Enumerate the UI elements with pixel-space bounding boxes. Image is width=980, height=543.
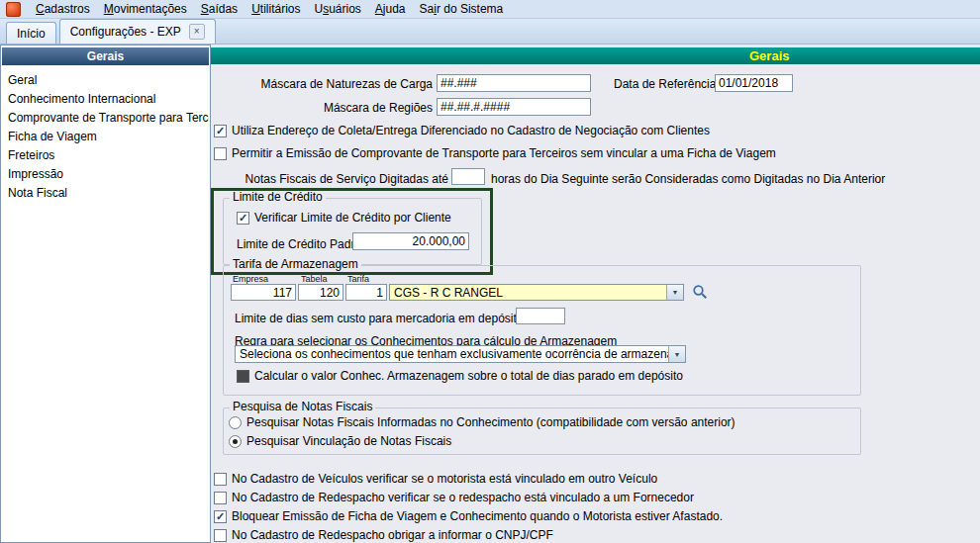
radio-pesquisar-vinculacao[interactable]: Pesquisar Vinculação de Notas Fiscais (229, 434, 451, 448)
checkbox-label: No Cadastro de Redespacho verificar se o… (232, 491, 694, 504)
menu-item-usuarios[interactable]: Usuários (307, 0, 367, 19)
sidebar-item-geral[interactable]: Geral (2, 71, 209, 90)
checkbox-label: Verificar Limite de Crédito por Cliente (254, 211, 451, 225)
tarifa-col-tabela: Tabela (301, 274, 328, 284)
sidebar-item-freteiros[interactable]: Freteiros (2, 146, 209, 165)
tarifa-col-empresa: Empresa (233, 274, 268, 284)
tarifa-tabela-input[interactable] (298, 284, 343, 301)
sidebar: Gerais Geral Conhecimento Internacional … (0, 45, 211, 543)
notas-digitadas-suffix: horas do Dia Seguinte serão Consideradas… (491, 172, 885, 186)
tab-configuracoes-exp[interactable]: Configurações - EXP × (59, 19, 216, 44)
menu-item-cadastros[interactable]: Cadastros (29, 0, 97, 19)
menu-label-part: ovimentações (114, 2, 187, 16)
menu-label-part: r do Sistema (437, 2, 503, 16)
search-icon[interactable] (691, 283, 708, 300)
checkbox-label: No Cadastro de Redespacho obrigar a info… (232, 528, 553, 542)
menubar: Cadastros Movimentações Saídas Utilitári… (0, 0, 980, 19)
radio-label: Pesquisar Notas Fiscais Informadas no Co… (246, 415, 735, 429)
sidebar-item-conhecimento-internacional[interactable]: Conhecimento Internacional (2, 90, 209, 109)
sidebar-item-ficha-de-viagem[interactable]: Ficha de Viagem (2, 128, 209, 146)
checkbox-label: Calcular o valor Conhec. Armazenagem sob… (254, 369, 683, 383)
checkbox-box[interactable]: ✓ (214, 510, 227, 523)
checkbox-bloquear-emissao-afastado[interactable]: ✓ Bloquear Emissão de Ficha de Viagem e … (214, 509, 723, 523)
tab-label: Início (17, 27, 46, 41)
menu-label-part: A (375, 2, 383, 16)
radio-label: Pesquisar Vinculação de Notas Fiscais (246, 434, 451, 448)
checkbox-label: No Cadastro de Veículos verificar se o m… (232, 472, 657, 486)
limite-credito-padrao-label: Limite de Crédito Padrão (237, 237, 368, 251)
mascara-naturezas-input[interactable] (437, 74, 591, 92)
radio-circle[interactable] (229, 416, 242, 429)
checkbox-label: Bloquear Emissão de Ficha de Viagem e Co… (232, 509, 723, 523)
tarifa-armazenagem-title: Tarifa de Armazenagem (230, 257, 361, 271)
menu-label-part: Sa (420, 2, 435, 16)
sidebar-header: Gerais (2, 47, 209, 65)
pesquisa-notas-title: Pesquisa de Notas Fiscais (230, 400, 375, 413)
data-referencia-label: Data de Referência (614, 77, 716, 91)
sidebar-items: Geral Conhecimento Internacional Comprov… (2, 71, 209, 203)
tarifa-descricao-value: CGS - R C RANGEL (390, 285, 666, 300)
checkbox-box[interactable] (214, 147, 227, 160)
checkbox-comprovante-terceiros[interactable]: Permitir a Emissão de Comprovante de Tra… (214, 146, 776, 160)
checkbox-box[interactable] (214, 492, 227, 504)
menu-label-part: C (36, 2, 45, 16)
checkbox-redespacho-fornecedor[interactable]: No Cadastro de Redespacho verificar se o… (214, 491, 694, 504)
sidebar-item-nota-fiscal[interactable]: Nota Fiscal (2, 184, 209, 203)
dias-sem-custo-label: Limite de dias sem custo para mercadoria… (235, 312, 523, 325)
chevron-down-icon[interactable]: ▼ (666, 285, 683, 300)
tab-inicio[interactable]: Início (6, 22, 56, 44)
menu-label-part: adastros (45, 2, 90, 16)
page-title: Gerais (749, 48, 789, 63)
app-window: Cadastros Movimentações Saídas Utilitári… (0, 0, 980, 543)
checkbox-veiculos-motorista-vinculado[interactable]: No Cadastro de Veículos verificar se o m… (214, 472, 657, 486)
checkbox-box[interactable] (237, 370, 249, 383)
tab-bar: Início Configurações - EXP × (0, 19, 980, 45)
menu-label-part: U (314, 2, 323, 16)
checkbox-box[interactable] (214, 473, 227, 486)
menu-label-part: M (104, 2, 114, 16)
mascara-regioes-input[interactable] (437, 98, 591, 116)
tarifa-col-tarifa: Tarifa (347, 274, 369, 284)
mascara-regioes-label: Máscara de Regiões (215, 101, 433, 115)
menu-item-ajuda[interactable]: Ajuda (368, 0, 413, 19)
menu-label-part: tilitários (260, 2, 301, 16)
app-icon (6, 2, 21, 17)
main-header: Gerais (211, 47, 980, 64)
checkbox-label: Permitir a Emissão de Comprovante de Tra… (232, 146, 776, 160)
checkbox-box[interactable]: ✓ (214, 125, 227, 137)
sidebar-item-impressao[interactable]: Impressão (2, 165, 209, 184)
close-icon[interactable]: × (189, 24, 205, 40)
dias-sem-custo-input[interactable] (516, 308, 565, 324)
tarifa-tarifa-input[interactable] (345, 284, 387, 301)
menu-label-part: juda (383, 2, 406, 16)
checkbox-calcular-valor-armazenagem[interactable]: Calcular o valor Conhec. Armazenagem sob… (237, 369, 683, 383)
checkbox-box[interactable] (214, 529, 227, 542)
notas-digitadas-label: Notas Fiscais de Serviço Digitadas até (235, 172, 448, 186)
menu-item-saidas[interactable]: Saídas (194, 0, 245, 19)
menu-item-sair-do-sistema[interactable]: Sair do Sistema (413, 0, 511, 19)
chevron-down-icon[interactable]: ▼ (668, 346, 685, 362)
menu-label-part: uários (329, 2, 361, 16)
limite-credito-padrao-input[interactable] (352, 232, 469, 250)
radio-pesquisar-notas-informadas[interactable]: Pesquisar Notas Fiscais Informadas no Co… (229, 415, 735, 429)
menu-item-movimentacoes[interactable]: Movimentações (97, 0, 194, 19)
regra-conhecimentos-combo[interactable]: Seleciona os conhecimentos que tenham ex… (235, 345, 686, 363)
menu-label-part: aídas (209, 2, 238, 16)
checkbox-endereco-diferenciado[interactable]: ✓ Utiliza Endereço de Coleta/Entrega Dif… (214, 124, 710, 137)
menu-label-part: U (251, 2, 260, 16)
checkbox-verificar-limite-credito[interactable]: ✓ Verificar Limite de Crédito por Client… (237, 211, 451, 225)
checkbox-label: Utiliza Endereço de Coleta/Entrega Difer… (232, 124, 710, 137)
tab-label: Configurações - EXP (70, 25, 181, 39)
notas-digitadas-input[interactable] (451, 168, 485, 185)
radio-circle[interactable] (229, 435, 242, 448)
mascara-naturezas-label: Máscara de Naturezas de Carga (215, 77, 433, 91)
data-referencia-input[interactable] (715, 74, 793, 92)
regra-conhecimentos-value: Seleciona os conhecimentos que tenham ex… (236, 346, 668, 362)
checkbox-redespacho-cnpj-cpf[interactable]: No Cadastro de Redespacho obrigar a info… (214, 528, 553, 542)
sidebar-item-comprovante-transporte-terceiros[interactable]: Comprovante de Transporte para Terceiros (2, 109, 209, 128)
tarifa-empresa-input[interactable] (231, 284, 296, 301)
checkbox-box[interactable]: ✓ (237, 212, 249, 225)
tarifa-descricao-combo[interactable]: CGS - R C RANGEL ▼ (389, 284, 684, 301)
menu-label-part: S (201, 2, 209, 16)
menu-item-utilitarios[interactable]: Utilitários (245, 0, 307, 19)
